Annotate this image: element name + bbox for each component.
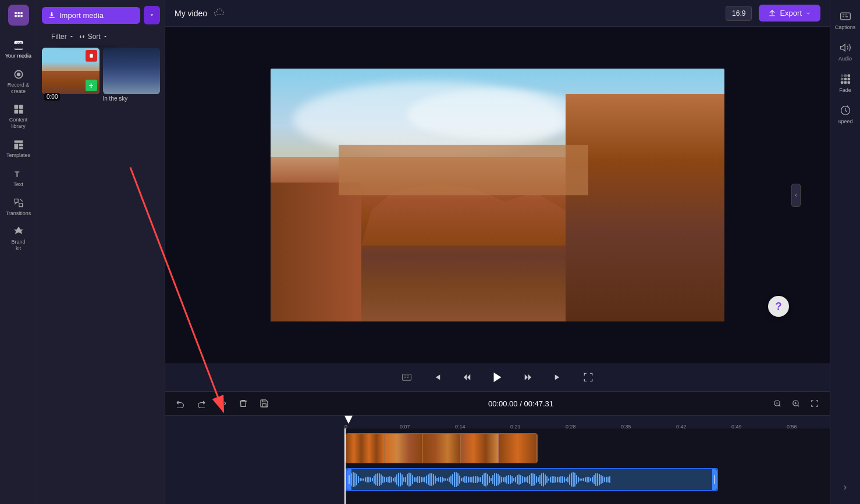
svg-rect-4 — [14, 110, 18, 114]
audio-handle-right[interactable] — [712, 469, 717, 490]
export-button[interactable]: Export — [759, 5, 820, 22]
desert-duration: 0:00 — [44, 93, 60, 101]
waveform-bar — [356, 474, 357, 485]
media-item-sky[interactable]: In the sky — [103, 48, 161, 103]
waveform-bar — [389, 476, 390, 483]
waveform-bar — [428, 474, 429, 485]
import-media-dropdown-button[interactable] — [144, 6, 160, 24]
waveform-bar — [433, 474, 434, 485]
right-collapse-button[interactable]: › — [841, 480, 849, 495]
ruler-mark-14: 0:14 — [455, 424, 465, 428]
waveform-bar — [599, 474, 600, 485]
waveform-bar — [475, 476, 476, 484]
sidebar-item-transitions[interactable]: Transitions — [0, 192, 37, 221]
waveform-bar — [429, 473, 431, 486]
app-logo — [8, 5, 29, 26]
sidebar-item-your-media[interactable]: Your media — [0, 35, 37, 64]
help-button[interactable]: ? — [768, 296, 789, 317]
fullscreen-button[interactable] — [579, 368, 598, 387]
redo-button[interactable] — [193, 395, 209, 412]
timeline-time-display: 00:00.00 / 00:47.31 — [277, 399, 765, 408]
waveform-bar — [569, 474, 570, 485]
svg-rect-8 — [19, 144, 23, 146]
filter-chevron-icon — [69, 34, 74, 39]
waveform-bar — [546, 476, 548, 482]
fast-forward-icon — [523, 372, 533, 383]
waveform-bar — [358, 476, 359, 483]
sidebar-item-text[interactable]: T Text — [0, 163, 37, 192]
audio-icon — [840, 42, 851, 53]
audio-clip[interactable] — [346, 468, 718, 491]
waveform-bar — [353, 472, 354, 487]
right-panel-fade[interactable]: Fade — [830, 67, 860, 99]
sidebar-item-brand-kit[interactable]: Brandkit — [0, 221, 37, 256]
svg-marker-17 — [840, 44, 845, 51]
fast-forward-button[interactable] — [518, 368, 537, 387]
save-button[interactable] — [256, 395, 272, 412]
sort-button[interactable]: Sort — [79, 33, 108, 41]
aspect-ratio-button[interactable]: 16:9 — [726, 6, 752, 21]
timeline-track-area — [344, 428, 830, 504]
import-media-label: Import media — [59, 11, 104, 20]
fullscreen-icon — [583, 372, 594, 383]
rewind-button[interactable] — [458, 368, 477, 387]
waveform-bar — [609, 476, 610, 483]
waveform-bar — [539, 475, 541, 485]
import-media-button[interactable]: Import media — [42, 7, 140, 24]
fit-icon — [811, 399, 819, 408]
fade-label: Fade — [839, 87, 851, 93]
delete-button[interactable] — [235, 395, 251, 412]
waveform-bar — [463, 477, 464, 482]
waveform-bar — [408, 473, 410, 487]
waveform-bar — [470, 477, 471, 482]
waveform-bar — [480, 477, 481, 481]
zoom-out-button[interactable] — [769, 395, 786, 412]
subtitle-toggle-button[interactable] — [397, 368, 416, 387]
svg-point-1 — [16, 72, 20, 76]
zoom-in-button[interactable] — [788, 395, 804, 412]
skip-back-button[interactable] — [428, 368, 446, 387]
right-panel-audio[interactable]: Audio — [830, 36, 860, 67]
waveform-bar — [379, 473, 380, 486]
waveform-bar — [447, 478, 448, 481]
sidebar-item-content-label: Contentlibrary — [9, 117, 28, 130]
clouds-layer-2 — [407, 89, 588, 140]
media-item-desert[interactable]: 0:00 + Add to timeline ☞ — [42, 48, 99, 103]
waveform-bar — [459, 476, 460, 484]
undo-button[interactable] — [172, 395, 189, 412]
skip-forward-button[interactable] — [549, 368, 567, 387]
skip-back-icon — [432, 372, 442, 383]
right-panel-captions[interactable]: Captions — [830, 5, 860, 36]
waveform-bar — [583, 478, 584, 481]
filter-sort-row: Filter Sort — [37, 30, 165, 45]
sidebar-item-templates[interactable]: Templates — [0, 134, 37, 163]
library-icon — [13, 103, 24, 115]
media-grid-container: 0:00 + Add to timeline ☞ In the sky — [37, 45, 165, 504]
waveform-bar — [503, 477, 504, 482]
film-icon — [13, 40, 24, 51]
media-panel: Import media Filter Sort — [37, 0, 165, 504]
waveform-bar — [492, 475, 493, 484]
waveform-bar — [536, 476, 537, 482]
waveform-bar — [578, 477, 579, 482]
sidebar-item-record-create[interactable]: Record &create — [0, 64, 37, 99]
svg-rect-21 — [841, 78, 843, 80]
waveform-bar — [564, 477, 565, 482]
audio-handle-left[interactable] — [347, 469, 351, 490]
chevron-down-icon — [149, 12, 155, 18]
waveform-bar — [602, 476, 603, 482]
desert-add-button[interactable]: + — [86, 80, 97, 91]
desert-delete-button[interactable] — [86, 50, 97, 62]
collapse-panel-button[interactable]: ‹ — [791, 184, 801, 207]
waveform-bar — [501, 477, 502, 482]
video-clip[interactable] — [346, 433, 538, 463]
right-panel-speed[interactable]: Speed — [830, 99, 860, 130]
sidebar-item-content-library[interactable]: Contentlibrary — [0, 99, 37, 134]
zoom-out-icon — [773, 399, 781, 408]
ruler-mark-35: 0:35 — [621, 424, 631, 428]
fit-to-screen-button[interactable] — [806, 395, 823, 412]
play-button[interactable] — [488, 368, 507, 387]
waveform-bar — [524, 477, 525, 482]
split-button[interactable] — [214, 395, 230, 412]
filter-button[interactable]: Filter — [42, 33, 74, 41]
